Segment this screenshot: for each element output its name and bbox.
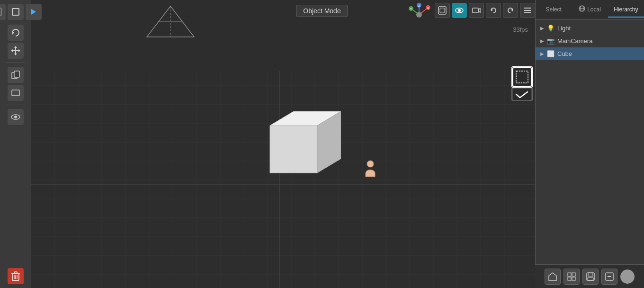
- camera-type-icon: 📷: [547, 37, 555, 45]
- svg-marker-38: [270, 126, 317, 173]
- circle-selector-button[interactable]: [620, 270, 635, 284]
- toolbar-divider-1: [6, 63, 25, 63]
- save-scene-button[interactable]: [582, 269, 599, 285]
- hierarchy-item-cube[interactable]: ▶ ⬜ Cube: [536, 47, 644, 60]
- viewport[interactable]: [0, 0, 535, 288]
- delete-scene-button[interactable]: [601, 269, 617, 285]
- play-button[interactable]: [26, 4, 42, 20]
- camera-arrow-icon: ▶: [540, 38, 544, 44]
- local-tab[interactable]: Local: [572, 1, 608, 18]
- right-panel: Select Local Hierarchy ▶ 💡 Light ▶: [535, 0, 644, 288]
- blender-logo-button[interactable]: [0, 4, 6, 20]
- box-select-button[interactable]: [8, 4, 24, 20]
- undo-button[interactable]: [486, 3, 501, 18]
- svg-marker-47: [12, 31, 14, 35]
- scene-button[interactable]: [545, 269, 561, 285]
- camera-cursor-icon: [364, 160, 377, 180]
- svg-rect-86: [513, 68, 531, 86]
- svg-rect-98: [588, 273, 593, 276]
- svg-rect-56: [12, 90, 19, 96]
- redo-button[interactable]: [503, 3, 518, 18]
- svg-marker-46: [31, 9, 36, 15]
- svg-rect-88: [512, 88, 532, 100]
- svg-marker-80: [478, 9, 480, 12]
- svg-rect-93: [568, 273, 571, 276]
- svg-rect-61: [14, 272, 17, 273]
- delete-button[interactable]: [8, 268, 24, 284]
- object-mode-selector[interactable]: Object Mode: [296, 5, 348, 17]
- hierarchy-item-light[interactable]: ▶ 💡 Light: [536, 22, 644, 35]
- svg-marker-92: [549, 273, 556, 280]
- cube-type-icon: ⬜: [547, 50, 555, 57]
- svg-marker-52: [11, 49, 13, 52]
- panel-header: Select Local Hierarchy: [536, 0, 644, 20]
- svg-rect-94: [572, 273, 575, 276]
- svg-rect-95: [568, 277, 571, 280]
- copy-button[interactable]: [8, 67, 24, 83]
- svg-point-78: [458, 9, 461, 12]
- fps-display: 33fps: [513, 26, 528, 33]
- grid-layout-button[interactable]: [564, 269, 580, 285]
- svg-rect-96: [572, 277, 575, 280]
- cube-arrow-icon: ▶: [540, 51, 544, 56]
- light-type-icon: 💡: [547, 25, 555, 32]
- svg-point-41: [367, 161, 374, 167]
- perspective-toggle-button[interactable]: [435, 3, 450, 18]
- svg-marker-50: [14, 46, 17, 48]
- hierarchy-tab[interactable]: Hierarchy: [608, 2, 644, 18]
- light-arrow-icon: ▶: [540, 26, 544, 31]
- svg-rect-75: [438, 7, 446, 14]
- menu-button[interactable]: [520, 3, 535, 18]
- camera-wireframe: [142, 4, 199, 42]
- left-toolbar: [0, 0, 31, 288]
- selection-rect-icon: [511, 66, 533, 88]
- svg-point-58: [14, 116, 17, 118]
- svg-text:Y: Y: [410, 8, 412, 10]
- check-mark-icon: [511, 88, 533, 101]
- bottom-panel-toolbar: [535, 264, 644, 288]
- camera-view-button[interactable]: [469, 3, 484, 18]
- toolbar-divider-2: [6, 105, 25, 105]
- svg-marker-53: [18, 49, 20, 52]
- svg-marker-51: [14, 54, 17, 55]
- hierarchy-item-maincamera[interactable]: ▶ 📷 MainCamera: [536, 35, 644, 47]
- svg-rect-76: [440, 8, 445, 13]
- frame-button[interactable]: [8, 85, 24, 101]
- rotate-button[interactable]: [8, 25, 24, 41]
- top-right-icons-group: X Y Z: [407, 3, 535, 27]
- svg-rect-45: [12, 9, 19, 15]
- svg-text:X: X: [427, 7, 429, 9]
- globe-icon: [579, 5, 585, 13]
- svg-rect-99: [588, 278, 593, 280]
- hierarchy-list: ▶ 💡 Light ▶ 📷 MainCamera ▶ ⬜ Cube: [536, 20, 644, 288]
- svg-text:Z: Z: [418, 4, 420, 7]
- axis-gizmo: X Y Z: [407, 3, 431, 27]
- move-button[interactable]: [8, 43, 24, 59]
- svg-rect-79: [473, 8, 478, 13]
- svg-rect-42: [0, 8, 1, 16]
- select-tab[interactable]: Select: [536, 2, 572, 18]
- render-preview-button[interactable]: [452, 3, 467, 18]
- svg-rect-55: [14, 71, 19, 77]
- cube-3d-object: [256, 92, 341, 178]
- view-button[interactable]: [8, 109, 24, 125]
- svg-point-74: [416, 12, 422, 18]
